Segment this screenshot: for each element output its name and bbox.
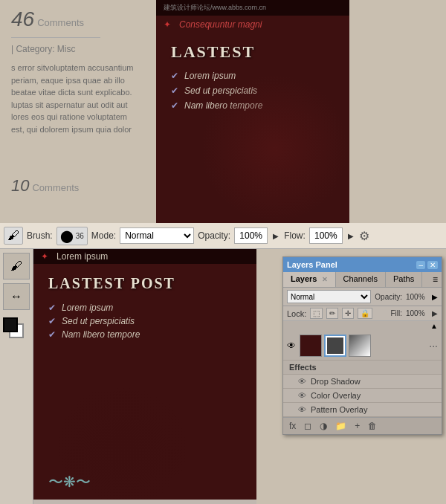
opacity-input[interactable]: [234, 227, 268, 244]
lock-transparent-btn[interactable]: ⬚: [310, 308, 323, 319]
layers-lock-row: Lock: ⬚ ✏ ✛ 🔒 Fill: 100% ▶: [283, 306, 442, 321]
effect-eye-color-overlay[interactable]: 👁: [298, 391, 306, 400]
close-button[interactable]: ✕: [427, 261, 438, 269]
fx-button[interactable]: fx: [287, 420, 298, 432]
opacity-value-layers: 100%: [406, 293, 428, 301]
lock-label-text: Lock:: [287, 309, 306, 318]
lock-position-btn[interactable]: ✛: [342, 308, 354, 319]
lock-all-btn[interactable]: 🔒: [358, 308, 372, 319]
effect-eye-pattern-overlay[interactable]: 👁: [298, 405, 306, 414]
tab-layers-close[interactable]: ✕: [322, 276, 328, 283]
flow-input[interactable]: [309, 227, 343, 244]
opacity-label: Opacity:: [198, 230, 230, 241]
transform-icon: ↔: [10, 290, 22, 303]
post-title: LASTEST POST: [33, 264, 256, 300]
delete-layer-button[interactable]: 🗑: [366, 420, 379, 432]
opacity-label-layers: Opacity:: [375, 293, 402, 301]
category-text: | Category: Misc: [11, 44, 138, 54]
minimize-button[interactable]: –: [416, 261, 425, 269]
canvas-list-text-2: Sed ut perspiciatis: [62, 316, 135, 326]
effect-drop-shadow[interactable]: 👁 Drop Shadow: [283, 375, 442, 389]
fill-label-text: Fill:: [390, 309, 402, 317]
tool-paint[interactable]: 🖌: [3, 253, 30, 280]
brush-size-icon: ⬤: [60, 229, 74, 243]
layer-row-main[interactable]: 👁 ···: [283, 331, 442, 361]
title-controls: – ✕: [416, 261, 438, 269]
divider-1: [11, 37, 100, 38]
canvas-content: LASTEST POST ✔ Lorem ipsum ✔ Sed ut pers…: [33, 264, 256, 500]
tab-layers-label: Layers: [291, 274, 317, 283]
fg-color-swatch[interactable]: [3, 317, 18, 332]
left-column: 46 Comments | Category: Misc s error sit…: [0, 0, 149, 223]
list-text-1: Lorem ipsum: [184, 71, 236, 81]
layers-title-bar: Layers Panel – ✕: [283, 257, 442, 272]
right-panel: 建筑设计师论坛/www.abbs.com.cn ✦ Consequuntur m…: [156, 0, 349, 223]
comments-label-1: Comments: [37, 17, 84, 28]
tool-transform[interactable]: ↔: [3, 283, 30, 310]
effect-color-overlay-label: Color Overlay: [311, 391, 361, 400]
scroll-up-icon: ▲: [430, 322, 438, 330]
toolbar: 🖌 Brush: ⬤ 36 Mode: Normal Opacity: ▶ Fl…: [0, 223, 446, 249]
tab-paths[interactable]: Paths: [386, 272, 422, 287]
comments-count-1: 46: [11, 7, 34, 31]
panel-title: LASTEST: [171, 42, 334, 62]
effect-pattern-overlay[interactable]: 👁 Pattern Overlay: [283, 403, 442, 417]
opacity-arrow-layers[interactable]: ▶: [432, 293, 438, 301]
top-section: 46 Comments | Category: Misc s error sit…: [0, 0, 446, 223]
effects-section: Effects 👁 Drop Shadow 👁 Color Overlay 👁 …: [283, 361, 442, 417]
check-icon-3: ✔: [171, 100, 178, 111]
body-text-1: s error sitvoluptatem accusantium periam…: [11, 62, 138, 135]
tab-channels[interactable]: Channels: [336, 272, 386, 287]
airbrush-icon: ⚙: [359, 229, 369, 243]
layers-panel: Layers Panel – ✕ Layers ✕ Channels Paths…: [282, 256, 442, 435]
color-swatches[interactable]: [3, 317, 30, 344]
canvas-check-2: ✔: [48, 316, 56, 326]
scroll-up-arrow[interactable]: ▲: [283, 321, 442, 331]
squiggle-decoration: 〜❋〜: [48, 472, 91, 492]
fill-value: 100%: [406, 309, 428, 317]
adjustment-layer-button[interactable]: ◑: [317, 420, 329, 432]
mode-label: Mode:: [91, 230, 116, 241]
canvas-header: ✦ Lorem ipsum: [33, 249, 256, 264]
effects-header: Effects: [283, 361, 442, 375]
opacity-arrow[interactable]: ▶: [271, 232, 280, 240]
layer-thumb-white: [349, 335, 371, 357]
effect-color-overlay[interactable]: 👁 Color Overlay: [283, 389, 442, 403]
bottom-section: 🖌 Brush: ⬤ 36 Mode: Normal Opacity: ▶ Fl…: [0, 223, 446, 504]
nav-arrow-top: ✦: [164, 19, 171, 30]
layer-thumb-dark: [300, 335, 322, 357]
mode-select[interactable]: Normal: [120, 227, 194, 244]
canvas-list-item-2: ✔ Sed ut perspiciatis: [48, 316, 242, 326]
layers-panel-title: Layers Panel: [287, 260, 337, 269]
brush-icon: 🖌: [7, 229, 19, 242]
bg-texture: [201, 74, 349, 223]
tab-layers[interactable]: Layers ✕: [283, 272, 336, 287]
layer-options-btn[interactable]: ···: [429, 340, 438, 352]
eye-icon-main[interactable]: 👁: [287, 340, 296, 351]
layers-mode-select[interactable]: Normal: [287, 290, 371, 303]
check-icon-1: ✔: [171, 71, 178, 81]
effect-eye-drop-shadow[interactable]: 👁: [298, 377, 306, 386]
brush-size-btn[interactable]: ⬤ 36: [56, 227, 88, 245]
canvas-list-text-1: Lorem ipsum: [62, 303, 113, 313]
layers-bottom-bar: fx ◻ ◑ 📁 + 🗑: [283, 417, 442, 434]
new-layer-button[interactable]: +: [352, 420, 362, 432]
layers-tabs: Layers ✕ Channels Paths ≡: [283, 272, 442, 288]
effect-drop-shadow-label: Drop Shadow: [311, 377, 361, 386]
brush-size-value: 36: [76, 232, 84, 240]
check-icon-2: ✔: [171, 85, 178, 96]
comments-count-2: 10: [11, 176, 29, 196]
flow-arrow[interactable]: ▶: [346, 232, 355, 240]
tab-paths-label: Paths: [393, 274, 414, 283]
add-mask-button[interactable]: ◻: [302, 420, 314, 432]
canvas-check-3: ✔: [48, 329, 56, 340]
nav-link-top[interactable]: Consequuntur magni: [179, 19, 262, 30]
new-group-button[interactable]: 📁: [333, 420, 349, 432]
tool-button-brush[interactable]: 🖌: [4, 227, 23, 245]
canvas-list-item-3: ✔ Nam libero tempore: [48, 329, 242, 340]
fill-arrow[interactable]: ▶: [432, 309, 438, 317]
tabs-menu-button[interactable]: ≡: [429, 272, 442, 287]
lock-image-btn[interactable]: ✏: [326, 308, 338, 319]
canvas-nav-text: Lorem ipsum: [56, 251, 108, 262]
flow-label: Flow:: [284, 230, 306, 241]
